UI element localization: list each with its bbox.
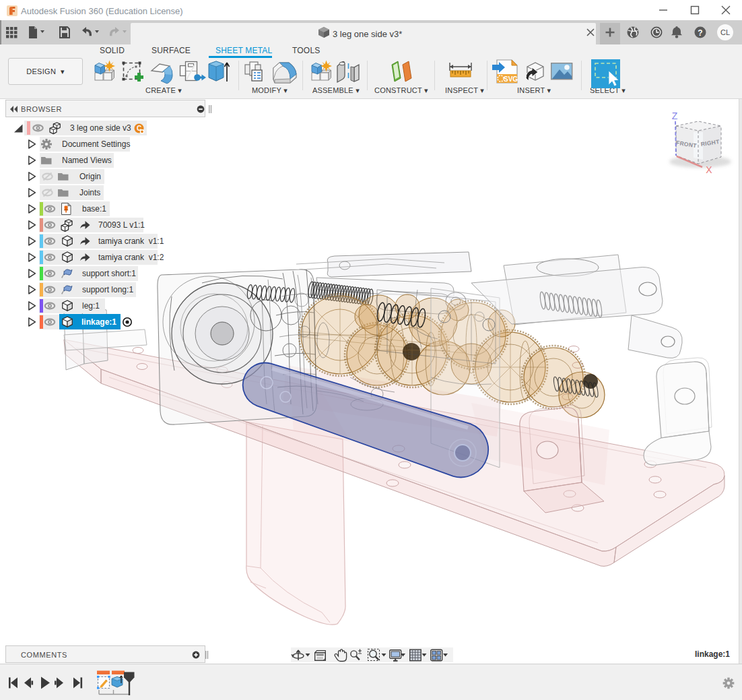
svg-text:?: ? — [698, 28, 702, 38]
svg-text:CL: CL — [720, 28, 730, 36]
svg-text:Z: Z — [672, 110, 678, 121]
svg-text:X: X — [706, 164, 712, 175]
svg-text:SVG: SVG — [504, 75, 518, 83]
